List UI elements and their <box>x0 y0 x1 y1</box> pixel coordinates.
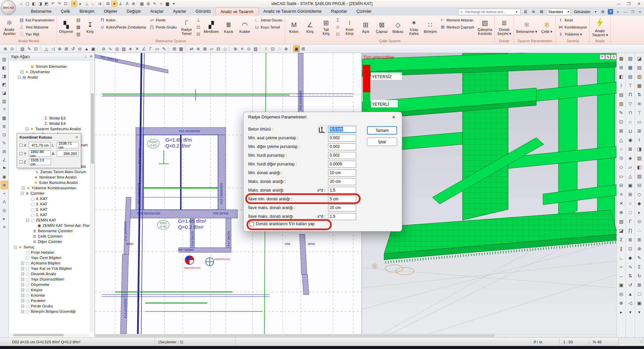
toolbar-icon[interactable]: ⊞ <box>300 45 307 52</box>
quick-access-icon[interactable]: ⊥ <box>84 1 90 7</box>
dialog-input[interactable]: 6.5 cm <box>328 126 356 133</box>
ribbon-button[interactable]: ▦ <box>75 23 82 31</box>
ribbon-button[interactable]: M Kolon <box>286 16 302 38</box>
style-combo[interactable]: Standart▾ <box>547 9 571 15</box>
right-strip-icon[interactable]: ▧ <box>635 171 643 181</box>
ribbon-button[interactable]: I Kesit <box>557 16 588 23</box>
status-cell[interactable]: % 49 <box>589 338 619 346</box>
right-strip-icon[interactable]: ◧ <box>617 72 625 81</box>
toolbar-icon[interactable] <box>97 46 100 51</box>
view-filter-button[interactable]: Λ <box>611 54 616 60</box>
quick-access-icon[interactable]: ▸ <box>77 1 84 7</box>
right-strip-icon[interactable]: ⊟ <box>635 181 643 190</box>
toolbar-icon[interactable]: ▨ <box>252 45 259 52</box>
layer-stack-icon[interactable]: ≋ <box>531 9 537 14</box>
tree-expander-icon[interactable]: − <box>21 192 24 195</box>
tree-expander-icon[interactable]: + <box>21 278 24 281</box>
help-icon[interactable]: ? <box>608 9 613 14</box>
toolbar-icon[interactable]: Γ <box>147 45 154 52</box>
tree-item[interactable]: + ■ Diyaframlar <box>9 69 90 74</box>
ribbon-button[interactable]: ▚ Döşeme <box>58 16 74 38</box>
right-strip-icon[interactable]: ⇅ <box>635 90 643 99</box>
tree-item[interactable]: + ▢ Yapı Düzensizlikleri <box>9 277 90 282</box>
right-strip-icon[interactable]: ↺ <box>626 280 634 289</box>
angle-field[interactable]: 288.283 <box>57 150 78 157</box>
toolbar-icon[interactable]: ⊡ <box>33 45 39 52</box>
right-strip-icon[interactable]: ▾ <box>626 307 634 316</box>
right-strip-icon[interactable]: △ <box>626 171 634 181</box>
left-strip-icon[interactable]: ◩ <box>1 80 8 89</box>
toolbar-icon[interactable] <box>16 46 18 51</box>
right-strip-icon[interactable]: ∴ <box>635 226 643 235</box>
toolbar-icon[interactable]: ✎ <box>26 45 33 52</box>
left-strip-icon[interactable]: ≡ <box>1 223 8 231</box>
ribbon-button[interactable]: ⊡ <box>195 23 202 31</box>
toolbar-icon[interactable]: ◎ <box>114 45 120 52</box>
right-strip-icon[interactable]: ○ <box>617 144 625 153</box>
tree-item[interactable]: ≣ Betonarme Çizimleri <box>9 228 90 234</box>
toolbar-icon[interactable] <box>185 46 187 51</box>
right-strip-icon[interactable]: ⊞ <box>617 63 625 72</box>
tree-expander-icon[interactable]: + <box>21 310 24 313</box>
y-coordinate-field[interactable]: 1892.88 cm <box>29 150 51 157</box>
quick-access-icon[interactable]: ▆ <box>164 1 170 7</box>
left-strip-icon[interactable]: ◧ <box>1 63 8 72</box>
right-strip-icon[interactable]: ▦ <box>626 63 634 72</box>
tree-expander-icon[interactable]: + <box>21 262 24 265</box>
checkbox-box[interactable] <box>250 222 254 226</box>
right-strip-icon[interactable]: ⊟ <box>617 181 625 190</box>
ribbon-button[interactable]: Ⅲ Kazık <box>221 16 236 38</box>
right-strip-icon[interactable]: ⊞ <box>635 126 643 135</box>
right-strip-icon[interactable]: ▱ <box>626 162 634 171</box>
right-strip-icon[interactable]: ✕ <box>617 199 625 208</box>
right-strip-icon[interactable]: ◎ <box>617 289 625 298</box>
right-strip-icon[interactable]: Π <box>626 90 634 99</box>
toolbar-icon[interactable] <box>229 46 231 51</box>
toolbar-icon[interactable]: △ <box>43 45 50 52</box>
y-lock-checkbox[interactable] <box>19 152 22 155</box>
tree-item[interactable]: + ▢ Perde Grubu <box>9 303 90 309</box>
toolbar-icon[interactable]: ◁ <box>50 45 56 52</box>
toolbar-icon[interactable]: ▣ <box>293 45 300 52</box>
quick-access-icon[interactable]: ≡ <box>71 1 77 7</box>
status-cell[interactable]: tf / m <box>530 338 559 346</box>
left-strip-icon[interactable]: ◪ <box>1 89 8 97</box>
quick-access-icon[interactable]: ▢ <box>24 1 31 7</box>
right-strip-icon[interactable]: Γ <box>626 217 634 226</box>
tree-expander-icon[interactable]: + <box>21 289 24 292</box>
tree-item[interactable]: Σ Modal E4 <box>9 121 90 126</box>
tree-expander-icon[interactable]: + <box>21 272 24 276</box>
toolbar-icon[interactable]: ⊕ <box>2 45 9 52</box>
window-control-button[interactable]: ✕ <box>634 0 644 7</box>
tree-expander-icon[interactable]: − <box>14 246 17 249</box>
toolbar-icon[interactable]: ∿ <box>107 45 114 52</box>
right-strip-icon[interactable]: ▦ <box>635 81 643 90</box>
quick-access-icon[interactable] <box>69 1 71 6</box>
toolbar-icon[interactable]: ≋ <box>195 45 202 52</box>
search-input[interactable] <box>465 10 513 14</box>
tree-item[interactable]: + ▢ Döşemeler <box>9 282 90 287</box>
toolbar-icon[interactable] <box>40 46 42 51</box>
tree-expander-icon[interactable]: + <box>21 267 24 270</box>
view-menu[interactable]: Görünüm▾ <box>573 9 598 15</box>
quick-access-icon[interactable]: ⌂ <box>18 1 24 7</box>
toolbar-icon[interactable]: ▨ <box>19 45 26 52</box>
right-strip-icon[interactable]: ⊤ <box>626 81 634 90</box>
quick-access-icon[interactable]: ◨ <box>37 1 43 7</box>
right-strip-icon[interactable]: ∥ <box>617 244 625 253</box>
toolbar-icon[interactable]: ▣ <box>90 45 97 52</box>
ribbon-button[interactable]: ▱ Perde <box>148 16 178 23</box>
quick-access-icon[interactable]: ▦ <box>139 1 145 7</box>
ribbon-button[interactable]: ⊞ Tali Kiriş <box>318 16 334 38</box>
toolbar-icon[interactable]: I <box>263 45 269 52</box>
ribbon-button[interactable]: ⊡ <box>334 31 341 38</box>
toolbar-icon[interactable]: ↺ <box>70 45 76 52</box>
right-strip-icon[interactable]: I <box>635 135 643 144</box>
right-strip-icon[interactable]: ≡ <box>617 190 625 199</box>
ribbon-button[interactable]: ∷ Birleşim <box>422 16 438 38</box>
tree-expander-icon[interactable]: + <box>20 70 23 73</box>
tree-item[interactable]: + ▢ Perdeler <box>9 298 90 303</box>
quick-access-icon[interactable]: ▾ <box>171 1 177 7</box>
tree-item[interactable]: ▢ 1. KAT <box>9 212 90 217</box>
toolbar-icon[interactable]: ⊕ <box>232 45 239 52</box>
